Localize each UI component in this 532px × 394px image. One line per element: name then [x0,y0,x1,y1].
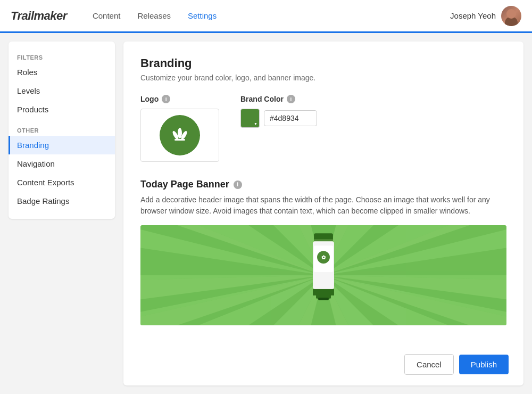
footer-buttons: Cancel Publish [404,354,509,375]
logo-label: Logo i [140,95,219,103]
publish-button[interactable]: Publish [459,355,509,374]
app-logo[interactable]: Trailmaker [11,9,67,23]
svg-point-0 [178,128,182,138]
banner-info-icon[interactable]: i [234,180,242,189]
sidebar-item-badge-ratings[interactable]: Badge Ratings [9,192,115,210]
tab-releases[interactable]: Releases [129,0,179,33]
sidebar-item-navigation[interactable]: Navigation [9,154,115,173]
logo-info-icon[interactable]: i [162,95,170,103]
content-area: Branding Customize your brand color, log… [123,42,523,385]
cancel-button[interactable]: Cancel [404,354,454,375]
brand-color-section: Brand Color i [240,95,317,128]
logo-box[interactable] [140,109,219,162]
other-label: OTHER [9,123,115,136]
brand-logo-icon [168,124,192,147]
svg-rect-37 [318,298,329,300]
banner-title: Today Page Banner [140,179,229,190]
color-hex-input[interactable] [264,110,317,126]
brand-logo-circle [160,115,200,155]
brand-color-label: Brand Color i [240,95,317,103]
banner-title-row: Today Page Banner i [140,179,506,190]
sidebar-item-content-exports[interactable]: Content Exports [9,173,115,192]
banner-image[interactable]: ✿ [140,225,506,325]
filters-label: FILTERS [9,50,115,63]
avatar[interactable] [501,6,521,26]
tab-content[interactable]: Content [84,0,129,33]
tab-settings[interactable]: Settings [179,0,225,33]
user-area: Joseph Yeoh [450,6,521,26]
logo-section: Logo i [140,95,219,162]
logo-text: Trailmaker [11,9,67,22]
header: Trailmaker Content Releases Settings Jos… [0,0,532,33]
sidebar-item-products[interactable]: Products [9,100,115,119]
banner-description: Add a decorative header image that spans… [140,194,506,217]
svg-text:✿: ✿ [321,255,326,260]
color-swatch-button[interactable] [240,109,260,128]
svg-rect-30 [314,239,333,241]
color-input-row [240,109,317,128]
user-name: Joseph Yeoh [450,11,496,20]
top-nav: Content Releases Settings [84,0,225,31]
sidebar-item-branding[interactable]: Branding [9,136,115,154]
svg-rect-3 [174,139,185,141]
logo-brand-row: Logo i [140,95,506,162]
sidebar-item-roles[interactable]: Roles [9,63,115,81]
banner-svg: ✿ [140,225,506,325]
sidebar: FILTERS Roles Levels Products OTHER Bran… [9,42,115,219]
page-subtitle: Customize your brand color, logo, and ba… [140,73,506,82]
main-layout: FILTERS Roles Levels Products OTHER Bran… [0,33,532,394]
brand-color-info-icon[interactable]: i [287,95,295,103]
sidebar-item-levels[interactable]: Levels [9,81,115,100]
page-title: Branding [140,56,506,70]
banner-section: Today Page Banner i Add a decorative hea… [140,179,506,325]
